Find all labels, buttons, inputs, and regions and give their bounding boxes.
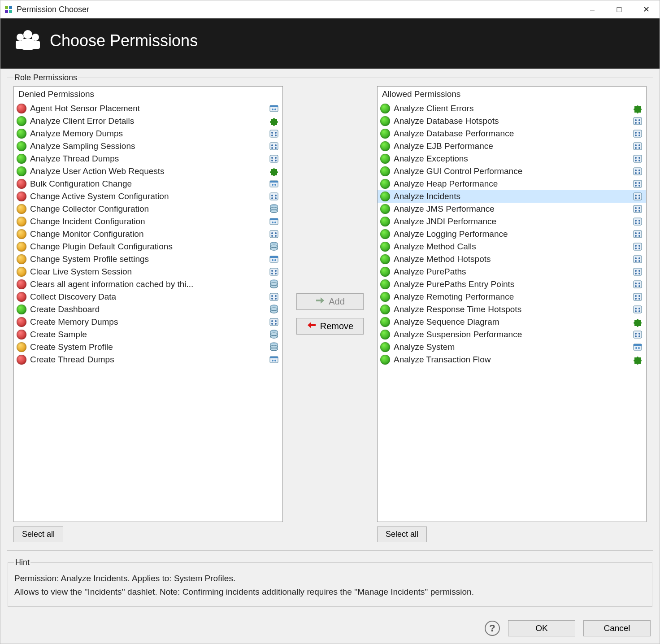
minimize-button[interactable]: –: [579, 0, 606, 18]
svg-point-34: [271, 195, 273, 196]
svg-point-96: [635, 135, 637, 136]
svg-rect-57: [270, 268, 278, 275]
permission-row[interactable]: Change Collector Configuration: [14, 203, 282, 215]
permission-row[interactable]: Analyze Client Errors: [378, 102, 646, 115]
maximize-button[interactable]: □: [606, 0, 633, 18]
cancel-button[interactable]: Cancel: [583, 620, 651, 636]
ok-button[interactable]: OK: [508, 620, 575, 636]
status-green-icon: [17, 166, 26, 176]
profile-icon: [269, 141, 279, 151]
allowed-list[interactable]: Allowed Permissions Analyze Client Error…: [377, 86, 647, 522]
permission-row[interactable]: Analyze Suspension Performance: [378, 328, 646, 341]
profile-icon: [269, 154, 279, 164]
permission-row[interactable]: Collect Discovery Data: [14, 291, 282, 303]
status-green-icon: [380, 179, 390, 189]
permission-row[interactable]: Clears all agent information cached by t…: [14, 278, 282, 291]
permission-row[interactable]: Analyze Logging Performance: [378, 228, 646, 240]
svg-rect-168: [634, 331, 642, 338]
svg-point-157: [638, 285, 640, 287]
status-green-icon: [380, 317, 390, 327]
permission-row[interactable]: Analyze Remoting Performance: [378, 291, 646, 303]
svg-rect-2: [5, 10, 8, 13]
permission-row[interactable]: Clear Live System Session: [14, 265, 282, 278]
close-button[interactable]: ✕: [633, 0, 660, 18]
permission-row[interactable]: Analyze Incidents: [378, 190, 646, 203]
permission-row[interactable]: Create Memory Dumps: [14, 316, 282, 328]
svg-point-44: [274, 222, 276, 223]
permission-row[interactable]: Analyze GUI Control Performance: [378, 165, 646, 178]
titlebar: Permission Chooser – □ ✕: [0, 0, 660, 18]
permission-label: Analyze Heap Performance: [394, 179, 629, 189]
permission-label: Analyze Incidents: [394, 191, 629, 201]
profile-icon: [633, 217, 643, 226]
permission-row[interactable]: Analyze Client Error Details: [14, 115, 282, 127]
permission-row[interactable]: Agent Hot Sensor Placement: [14, 102, 282, 115]
permission-row[interactable]: Analyze JMS Performance: [378, 203, 646, 215]
permission-row[interactable]: Analyze EJB Performance: [378, 140, 646, 152]
permission-row[interactable]: Create Thread Dumps: [14, 353, 282, 366]
svg-rect-163: [634, 306, 642, 313]
svg-point-49: [275, 235, 277, 237]
permission-row[interactable]: Create System Profile: [14, 341, 282, 353]
permission-row[interactable]: Change Active System Configuration: [14, 190, 282, 203]
lists-row: Denied Permissions Agent Hot Sensor Plac…: [13, 86, 647, 542]
svg-point-150: [638, 270, 640, 272]
permission-row[interactable]: Analyze User Action Web Requests: [14, 165, 282, 178]
svg-rect-45: [270, 231, 278, 238]
permission-row[interactable]: Analyze PurePaths Entry Points: [378, 278, 646, 291]
svg-point-23: [275, 147, 277, 149]
svg-point-75: [275, 320, 277, 322]
permission-row[interactable]: Analyze Sequence Diagram: [378, 316, 646, 328]
permission-row[interactable]: Bulk Configuration Change: [14, 178, 282, 190]
allowed-scroll[interactable]: Analyze Client ErrorsAnalyze Database Ho…: [378, 102, 646, 522]
permission-label: Analyze Database Hotspots: [394, 116, 629, 126]
profile-icon: [633, 330, 643, 339]
svg-rect-123: [634, 205, 642, 213]
permission-label: Analyze Client Errors: [394, 104, 629, 113]
remove-button[interactable]: Remove: [296, 318, 364, 335]
permission-row[interactable]: Create Dashboard: [14, 303, 282, 316]
svg-rect-65: [270, 293, 278, 300]
status-red-icon: [17, 104, 26, 113]
svg-point-159: [635, 295, 637, 297]
permission-row[interactable]: Analyze Database Hotspots: [378, 115, 646, 127]
puzzle-icon: [633, 355, 643, 365]
add-button[interactable]: Add: [296, 293, 364, 310]
status-green-icon: [17, 129, 26, 139]
permission-row[interactable]: Analyze System: [378, 341, 646, 353]
denied-scroll[interactable]: Agent Hot Sensor PlacementAnalyze Client…: [14, 102, 282, 522]
svg-point-31: [272, 184, 274, 186]
help-icon[interactable]: ?: [485, 621, 500, 636]
permission-row[interactable]: Analyze Method Hotspots: [378, 253, 646, 265]
svg-point-37: [275, 197, 277, 199]
profile-icon: [633, 154, 643, 164]
allowed-select-all-button[interactable]: Select all: [377, 527, 427, 542]
permission-row[interactable]: Analyze JNDI Performance: [378, 215, 646, 228]
permission-row[interactable]: Change Plugin Default Configurations: [14, 240, 282, 253]
denied-column: Denied Permissions Agent Hot Sensor Plac…: [13, 86, 283, 542]
permission-row[interactable]: Analyze Response Time Hotspots: [378, 303, 646, 316]
permission-row[interactable]: Analyze Thread Dumps: [14, 152, 282, 165]
permission-row[interactable]: Change System Profile settings: [14, 253, 282, 265]
window-title: Permission Chooser: [17, 5, 579, 14]
permission-row[interactable]: Analyze Sampling Sessions: [14, 140, 282, 152]
permission-row[interactable]: Analyze Database Performance: [378, 127, 646, 140]
permission-row[interactable]: Create Sample: [14, 328, 282, 341]
profile-icon: [269, 191, 279, 201]
db-icon: [269, 242, 279, 252]
denied-select-all-button[interactable]: Select all: [13, 527, 63, 542]
permission-label: Analyze User Action Web Requests: [30, 166, 265, 176]
permission-row[interactable]: Analyze Exceptions: [378, 152, 646, 165]
permission-row[interactable]: Analyze Method Calls: [378, 240, 646, 253]
permission-row[interactable]: Analyze Transaction Flow: [378, 353, 646, 366]
svg-point-156: [635, 285, 637, 287]
denied-list[interactable]: Denied Permissions Agent Hot Sensor Plac…: [13, 86, 283, 522]
permission-row[interactable]: Change Incident Configuration: [14, 215, 282, 228]
permission-row[interactable]: Analyze Heap Performance: [378, 178, 646, 190]
svg-point-100: [638, 144, 640, 146]
svg-point-126: [635, 210, 637, 212]
permission-row[interactable]: Analyze PurePaths: [378, 265, 646, 278]
svg-point-25: [271, 157, 273, 159]
permission-row[interactable]: Analyze Memory Dumps: [14, 127, 282, 140]
permission-row[interactable]: Change Monitor Configuration: [14, 228, 282, 240]
